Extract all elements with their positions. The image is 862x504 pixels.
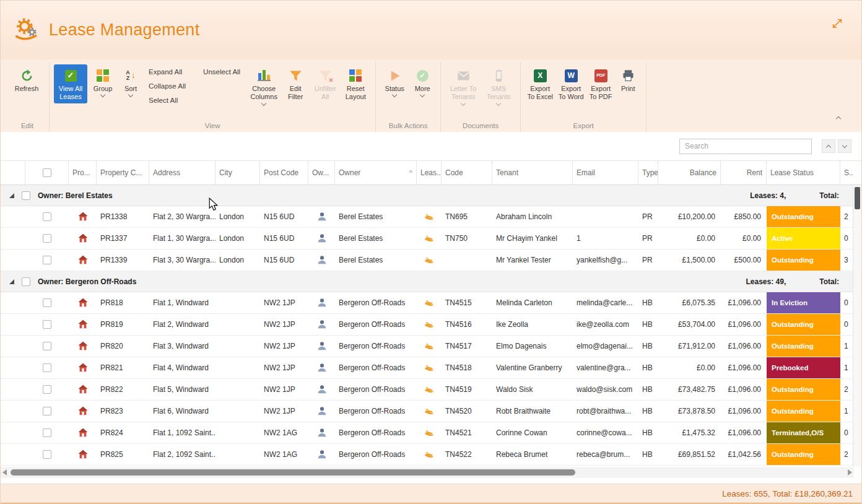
select-all-checkbox[interactable] xyxy=(43,168,51,177)
search-next-button[interactable] xyxy=(838,139,851,153)
column-header-s[interactable]: S... xyxy=(840,161,854,185)
column-header-lease_status[interactable]: Lease Status xyxy=(767,161,840,185)
ribbon: Refresh Edit ✓ View All Leases Group AZ↓… xyxy=(1,59,861,132)
row-checkbox[interactable] xyxy=(43,407,51,415)
cell-s: 1 xyxy=(840,336,854,357)
lease-hands-icon xyxy=(424,211,435,222)
group-checkbox[interactable] xyxy=(22,277,30,286)
chevron-up-icon xyxy=(826,144,831,149)
row-checkbox[interactable] xyxy=(43,385,51,394)
unselect-all-button[interactable]: Unselect All xyxy=(203,68,240,76)
cell-type: HB xyxy=(638,401,658,422)
lease-row[interactable]: PR818Flat 1, WindwardNW2 1JPBergeron Off… xyxy=(1,292,854,314)
cell-owner: Berel Estates xyxy=(335,206,417,227)
cell-address: Flat 6, Windward xyxy=(149,401,215,422)
expand-all-button[interactable]: Expand All xyxy=(149,68,186,76)
group-row[interactable]: Owner: Bergeron Off-RoadsLeases: 49,Tota… xyxy=(1,271,854,292)
more-button[interactable]: ✓ More xyxy=(410,64,435,98)
cell-type: HB xyxy=(638,314,658,335)
group-button[interactable]: Group xyxy=(89,64,117,98)
lease-row[interactable]: PR1338Flat 2, 30 Wargra...LondonN15 6UDB… xyxy=(1,206,854,228)
column-header-label: Leas... xyxy=(420,168,442,177)
refresh-button[interactable]: Refresh xyxy=(10,64,43,95)
row-checkbox[interactable] xyxy=(43,234,51,243)
column-header-select[interactable] xyxy=(25,161,69,185)
row-checkbox[interactable] xyxy=(43,363,51,372)
unfilter-all-button[interactable]: ✕ Unfilter All xyxy=(310,64,340,103)
column-header-balance[interactable]: Balance xyxy=(658,161,721,185)
lease-status-badge: Outstanding xyxy=(767,206,840,227)
row-checkbox[interactable] xyxy=(43,320,51,329)
search-input[interactable] xyxy=(679,139,812,154)
reset-layout-button[interactable]: Reset Layout xyxy=(341,64,370,103)
export-to-pdf-button[interactable]: PDF Export To PDF xyxy=(587,64,614,103)
lease-row[interactable]: PR1339Flat 3, 30 Wargra...LondonN15 6UDB… xyxy=(1,250,854,271)
sort-button[interactable]: AZ↓ Sort xyxy=(118,64,143,98)
lease-row[interactable]: PR821Flat 4, WindwardNW2 1JPBergeron Off… xyxy=(1,357,854,379)
scroll-left-arrow[interactable] xyxy=(2,469,7,476)
group-checkbox[interactable] xyxy=(22,191,30,200)
check-icon: ✓ xyxy=(65,67,77,84)
select-all-button[interactable]: Select All xyxy=(149,97,186,104)
lease-row[interactable]: PR822Flat 5, WindwardNW2 1JPBergeron Off… xyxy=(1,379,854,401)
choose-columns-button[interactable]: Choose Columns xyxy=(247,64,281,107)
lease-row[interactable]: PR1337Flat 1, 30 Wargra...LondonN15 6UDB… xyxy=(1,228,854,250)
column-header-property_icon[interactable]: Pro... xyxy=(69,161,97,185)
status-button[interactable]: Status xyxy=(380,64,409,98)
row-checkbox[interactable] xyxy=(43,212,51,221)
column-header-type[interactable]: Type xyxy=(638,161,658,185)
lease-hands-icon xyxy=(424,449,435,460)
cell-city: London xyxy=(215,206,260,227)
lease-row[interactable]: PR820Flat 3, WindwardNW2 1JPBergeron Off… xyxy=(1,336,854,357)
group-row[interactable]: Owner: Berel EstatesLeases: 4,Total: xyxy=(1,185,854,206)
column-header-lease_icon[interactable]: Leas... xyxy=(417,161,442,185)
row-checkbox[interactable] xyxy=(43,342,51,350)
maximize-icon[interactable] xyxy=(832,18,844,30)
row-checkbox[interactable] xyxy=(43,298,51,307)
group-expanded-icon[interactable] xyxy=(9,279,14,284)
letter-to-tenants-button[interactable]: Letter To Tenants xyxy=(445,64,481,107)
ribbon-group-label-bulk-actions: Bulk Actions xyxy=(376,122,440,129)
horizontal-scrollbar-thumb[interactable] xyxy=(11,469,575,476)
edit-filter-button[interactable]: Edit Filter xyxy=(282,64,309,103)
vertical-scrollbar-thumb[interactable] xyxy=(855,187,860,209)
column-header-rent[interactable]: Rent xyxy=(721,161,767,185)
cell-property-code: PR825 xyxy=(97,444,149,465)
lease-row[interactable]: PR819Flat 2, WindwardNW2 1JPBergeron Off… xyxy=(1,314,854,336)
column-header-address[interactable]: Address xyxy=(149,161,215,185)
collapse-all-button[interactable]: Collapse All xyxy=(149,82,186,90)
group-expanded-icon[interactable] xyxy=(9,193,14,198)
cell-s: 2 xyxy=(840,379,854,400)
vertical-scrollbar[interactable] xyxy=(853,185,861,466)
column-header-owner_icon[interactable]: Ow... xyxy=(308,161,335,185)
ribbon-collapse-button[interactable] xyxy=(832,113,845,123)
print-button[interactable]: Print xyxy=(616,64,640,95)
row-checkbox[interactable] xyxy=(43,428,51,437)
cell-lease-icon xyxy=(417,422,442,443)
export-to-excel-button[interactable]: X Export To Excel xyxy=(525,64,555,103)
view-all-leases-button[interactable]: ✓ View All Leases xyxy=(54,64,87,103)
column-header-city[interactable]: City xyxy=(215,161,260,185)
column-header-email[interactable]: Email xyxy=(573,161,638,185)
lease-row[interactable]: PR824Flat 1, 1092 Saint...NW2 1AGBergero… xyxy=(1,422,854,444)
lease-status-badge: Outstanding xyxy=(767,444,840,465)
cell-s: 1 xyxy=(840,357,854,378)
owner-person-icon xyxy=(316,362,328,373)
row-checkbox[interactable] xyxy=(43,256,51,264)
cell-tenant: Ike Zeolla xyxy=(492,314,573,335)
cell-lease-icon xyxy=(417,292,442,313)
column-header-property_code[interactable]: Property C... xyxy=(97,161,149,185)
horizontal-scrollbar[interactable] xyxy=(1,467,854,478)
export-to-word-button[interactable]: W Export To Word xyxy=(556,64,586,103)
column-header-code[interactable]: Code xyxy=(442,161,492,185)
column-header-post_code[interactable]: Post Code xyxy=(260,161,308,185)
column-header-expand[interactable] xyxy=(1,161,25,185)
sms-tenants-button[interactable]: SMS Tenants xyxy=(482,64,515,107)
row-checkbox[interactable] xyxy=(43,450,51,459)
column-header-tenant[interactable]: Tenant xyxy=(492,161,573,185)
lease-row[interactable]: PR823Flat 6, WindwardNW2 1JPBergeron Off… xyxy=(1,401,854,422)
search-previous-button[interactable] xyxy=(822,139,835,153)
lease-row[interactable]: PR825Flat 2, 1092 Saint...NW2 1AGBergero… xyxy=(1,444,854,466)
scroll-right-arrow[interactable] xyxy=(848,469,852,476)
column-header-owner[interactable]: Owner^ xyxy=(335,161,417,185)
